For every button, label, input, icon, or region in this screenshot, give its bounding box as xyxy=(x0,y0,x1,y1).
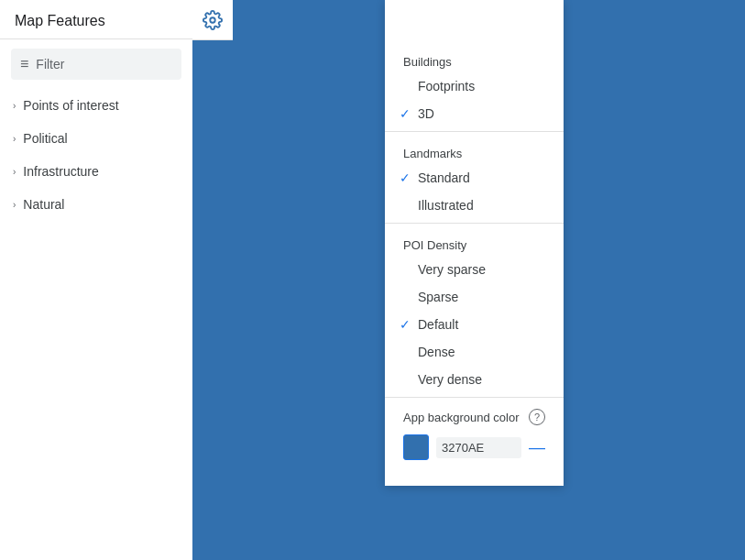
buildings-section: Buildings Footprints ✓ 3D xyxy=(385,40,564,131)
filter-bar[interactable]: ≡ Filter xyxy=(11,49,181,80)
chevron-icon: › xyxy=(13,167,16,177)
very-dense-item[interactable]: Very dense xyxy=(385,366,564,393)
standard-item[interactable]: ✓ Standard xyxy=(385,164,564,192)
illustrated-item[interactable]: Illustrated xyxy=(385,192,564,219)
sidebar: Map Features ≡ Filter › Points of intere… xyxy=(0,0,192,560)
default-label: Default xyxy=(418,317,458,332)
color-clear-button[interactable]: — xyxy=(529,439,545,456)
app-bg-row: App background color ? xyxy=(403,409,545,425)
filter-label: Filter xyxy=(36,57,64,71)
sidebar-item-poi[interactable]: › Points of interest xyxy=(0,89,192,122)
dense-item[interactable]: Dense xyxy=(385,338,564,366)
settings-dropdown: Buildings Footprints ✓ 3D Landmarks ✓ St… xyxy=(385,0,564,486)
footprints-label: Footprints xyxy=(418,79,475,93)
sidebar-item-label: Natural xyxy=(23,197,64,212)
svg-point-0 xyxy=(210,17,215,23)
help-icon[interactable]: ? xyxy=(529,409,545,425)
color-swatch[interactable] xyxy=(403,434,429,460)
color-value[interactable]: 3270AE xyxy=(436,437,521,458)
settings-button[interactable] xyxy=(192,0,233,40)
gear-container: Buildings Footprints ✓ 3D Landmarks ✓ St… xyxy=(192,0,233,40)
chevron-icon: › xyxy=(13,134,16,144)
app-bg-section: App background color ? 3270AE — xyxy=(385,397,564,471)
3d-label: 3D xyxy=(418,106,434,121)
standard-label: Standard xyxy=(418,170,470,185)
landmarks-section: Landmarks ✓ Standard Illustrated xyxy=(385,131,564,223)
check-icon: ✓ xyxy=(400,317,411,332)
chevron-icon: › xyxy=(13,101,16,111)
color-row: 3270AE — xyxy=(403,434,545,460)
sidebar-item-political[interactable]: › Political xyxy=(0,122,192,155)
check-icon: ✓ xyxy=(400,106,411,121)
sidebar-item-label: Political xyxy=(23,131,67,146)
sidebar-title: Map Features xyxy=(0,0,192,39)
landmarks-label: Landmarks xyxy=(385,139,564,164)
sidebar-item-natural[interactable]: › Natural xyxy=(0,188,192,221)
filter-icon: ≡ xyxy=(20,56,28,72)
3d-item[interactable]: ✓ 3D xyxy=(385,100,564,127)
very-sparse-item[interactable]: Very sparse xyxy=(385,256,564,283)
app-bg-label: App background color xyxy=(403,411,519,424)
sidebar-item-label: Infrastructure xyxy=(23,164,98,179)
buildings-label: Buildings xyxy=(385,48,564,72)
footprints-item[interactable]: Footprints xyxy=(385,72,564,100)
chevron-icon: › xyxy=(13,200,16,210)
check-icon: ✓ xyxy=(400,170,411,185)
dense-label: Dense xyxy=(418,345,455,359)
sidebar-item-infrastructure[interactable]: › Infrastructure xyxy=(0,155,192,188)
sidebar-item-label: Points of interest xyxy=(23,98,118,113)
poi-density-label: POI Density xyxy=(385,231,564,256)
sparse-label: Sparse xyxy=(418,290,458,304)
gear-icon xyxy=(203,10,223,30)
illustrated-label: Illustrated xyxy=(418,198,474,213)
sparse-item[interactable]: Sparse xyxy=(385,283,564,311)
very-dense-label: Very dense xyxy=(418,372,482,387)
default-item[interactable]: ✓ Default xyxy=(385,311,564,338)
poi-density-section: POI Density Very sparse Sparse ✓ Default… xyxy=(385,223,564,397)
very-sparse-label: Very sparse xyxy=(418,262,486,277)
